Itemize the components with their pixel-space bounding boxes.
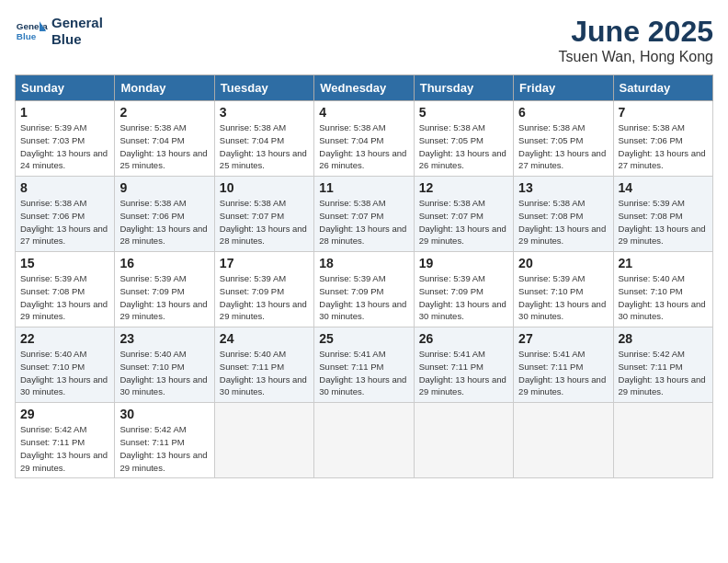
day-info: Sunrise: 5:38 AMSunset: 7:04 PMDaylight:…	[119, 121, 209, 172]
calendar-cell	[214, 403, 313, 478]
day-number: 1	[20, 105, 109, 120]
day-number: 16	[119, 256, 209, 270]
weekday-header-monday: Monday	[115, 75, 214, 101]
day-info: Sunrise: 5:39 AMSunset: 7:09 PMDaylight:…	[319, 272, 408, 323]
day-info: Sunrise: 5:38 AMSunset: 7:06 PMDaylight:…	[119, 197, 209, 247]
month-title: June 2025	[559, 15, 713, 49]
day-number: 26	[419, 331, 508, 346]
day-number: 20	[518, 256, 608, 270]
calendar-cell: 26Sunrise: 5:41 AMSunset: 7:11 PMDayligh…	[414, 327, 513, 403]
day-number: 29	[20, 407, 109, 421]
day-number: 11	[319, 180, 408, 195]
title-area: June 2025 Tsuen Wan, Hong Kong	[559, 15, 713, 65]
day-number: 12	[419, 180, 508, 195]
calendar-cell: 1Sunrise: 5:39 AMSunset: 7:03 PMDaylight…	[16, 101, 115, 177]
logo: General Blue General Blue	[15, 15, 103, 48]
day-number: 6	[518, 105, 608, 120]
day-number: 17	[220, 256, 309, 270]
weekday-header-row: SundayMondayTuesdayWednesdayThursdayFrid…	[16, 75, 713, 101]
day-number: 25	[319, 331, 408, 346]
day-info: Sunrise: 5:41 AMSunset: 7:11 PMDaylight:…	[419, 348, 508, 398]
day-info: Sunrise: 5:40 AMSunset: 7:11 PMDaylight:…	[220, 348, 309, 398]
calendar-cell: 18Sunrise: 5:39 AMSunset: 7:09 PMDayligh…	[314, 252, 414, 327]
day-number: 30	[119, 407, 209, 421]
day-number: 18	[319, 256, 408, 270]
calendar-cell: 7Sunrise: 5:38 AMSunset: 7:06 PMDaylight…	[613, 101, 712, 177]
calendar-row-1: 1Sunrise: 5:39 AMSunset: 7:03 PMDaylight…	[16, 101, 713, 177]
day-number: 14	[619, 180, 708, 195]
day-info: Sunrise: 5:39 AMSunset: 7:10 PMDaylight:…	[518, 272, 608, 323]
calendar-cell: 30Sunrise: 5:42 AMSunset: 7:11 PMDayligh…	[115, 403, 214, 478]
svg-text:Blue: Blue	[17, 31, 37, 41]
day-info: Sunrise: 5:38 AMSunset: 7:04 PMDaylight:…	[319, 121, 408, 172]
day-number: 10	[220, 180, 309, 195]
day-number: 8	[20, 180, 109, 195]
calendar-cell: 9Sunrise: 5:38 AMSunset: 7:06 PMDaylight…	[115, 177, 214, 252]
calendar-cell: 12Sunrise: 5:38 AMSunset: 7:07 PMDayligh…	[414, 177, 513, 252]
day-number: 2	[119, 105, 209, 120]
calendar-cell: 19Sunrise: 5:39 AMSunset: 7:09 PMDayligh…	[414, 252, 513, 327]
day-number: 5	[419, 105, 508, 120]
calendar-cell: 27Sunrise: 5:41 AMSunset: 7:11 PMDayligh…	[514, 327, 613, 403]
day-info: Sunrise: 5:42 AMSunset: 7:11 PMDaylight:…	[20, 423, 109, 474]
weekday-header-thursday: Thursday	[414, 75, 513, 101]
day-number: 27	[518, 331, 608, 346]
calendar-cell: 14Sunrise: 5:39 AMSunset: 7:08 PMDayligh…	[613, 177, 712, 252]
calendar-cell: 4Sunrise: 5:38 AMSunset: 7:04 PMDaylight…	[314, 101, 414, 177]
day-number: 13	[518, 180, 608, 195]
calendar-cell: 29Sunrise: 5:42 AMSunset: 7:11 PMDayligh…	[16, 403, 115, 478]
calendar-cell: 21Sunrise: 5:40 AMSunset: 7:10 PMDayligh…	[613, 252, 712, 327]
day-info: Sunrise: 5:41 AMSunset: 7:11 PMDaylight:…	[518, 348, 608, 398]
calendar-cell	[514, 403, 613, 478]
day-info: Sunrise: 5:42 AMSunset: 7:11 PMDaylight:…	[619, 348, 708, 398]
day-number: 23	[119, 331, 209, 346]
calendar-cell: 10Sunrise: 5:38 AMSunset: 7:07 PMDayligh…	[214, 177, 313, 252]
day-info: Sunrise: 5:40 AMSunset: 7:10 PMDaylight:…	[119, 348, 209, 398]
calendar-cell: 6Sunrise: 5:38 AMSunset: 7:05 PMDaylight…	[514, 101, 613, 177]
day-info: Sunrise: 5:39 AMSunset: 7:09 PMDaylight:…	[419, 272, 508, 323]
weekday-header-wednesday: Wednesday	[314, 75, 414, 101]
day-number: 21	[619, 256, 708, 270]
day-info: Sunrise: 5:39 AMSunset: 7:09 PMDaylight:…	[220, 272, 309, 323]
day-info: Sunrise: 5:38 AMSunset: 7:07 PMDaylight:…	[220, 197, 309, 247]
calendar-cell: 15Sunrise: 5:39 AMSunset: 7:08 PMDayligh…	[16, 252, 115, 327]
calendar-cell: 23Sunrise: 5:40 AMSunset: 7:10 PMDayligh…	[115, 327, 214, 403]
calendar-row-2: 8Sunrise: 5:38 AMSunset: 7:06 PMDaylight…	[16, 177, 713, 252]
calendar-cell: 3Sunrise: 5:38 AMSunset: 7:04 PMDaylight…	[214, 101, 313, 177]
weekday-header-tuesday: Tuesday	[214, 75, 313, 101]
location-title: Tsuen Wan, Hong Kong	[559, 49, 713, 65]
day-info: Sunrise: 5:40 AMSunset: 7:10 PMDaylight:…	[20, 348, 109, 398]
day-info: Sunrise: 5:38 AMSunset: 7:07 PMDaylight:…	[319, 197, 408, 247]
day-info: Sunrise: 5:38 AMSunset: 7:07 PMDaylight:…	[419, 197, 508, 247]
day-number: 4	[319, 105, 408, 120]
calendar-cell: 20Sunrise: 5:39 AMSunset: 7:10 PMDayligh…	[514, 252, 613, 327]
day-info: Sunrise: 5:39 AMSunset: 7:08 PMDaylight:…	[619, 197, 708, 247]
day-number: 19	[419, 256, 508, 270]
day-info: Sunrise: 5:38 AMSunset: 7:04 PMDaylight:…	[220, 121, 309, 172]
calendar-cell	[414, 403, 513, 478]
calendar-cell: 28Sunrise: 5:42 AMSunset: 7:11 PMDayligh…	[613, 327, 712, 403]
calendar-cell: 8Sunrise: 5:38 AMSunset: 7:06 PMDaylight…	[16, 177, 115, 252]
day-number: 7	[619, 105, 708, 120]
day-number: 9	[119, 180, 209, 195]
logo-text: General Blue	[51, 15, 103, 48]
calendar-cell: 17Sunrise: 5:39 AMSunset: 7:09 PMDayligh…	[214, 252, 313, 327]
day-info: Sunrise: 5:41 AMSunset: 7:11 PMDaylight:…	[319, 348, 408, 398]
calendar-row-5: 29Sunrise: 5:42 AMSunset: 7:11 PMDayligh…	[16, 403, 713, 478]
calendar-cell	[314, 403, 414, 478]
day-number: 15	[20, 256, 109, 270]
day-number: 3	[220, 105, 309, 120]
calendar-row-4: 22Sunrise: 5:40 AMSunset: 7:10 PMDayligh…	[16, 327, 713, 403]
weekday-header-friday: Friday	[514, 75, 613, 101]
day-number: 28	[619, 331, 708, 346]
calendar-cell: 22Sunrise: 5:40 AMSunset: 7:10 PMDayligh…	[16, 327, 115, 403]
day-info: Sunrise: 5:38 AMSunset: 7:08 PMDaylight:…	[518, 197, 608, 247]
weekday-header-sunday: Sunday	[16, 75, 115, 101]
calendar-cell	[613, 403, 712, 478]
day-info: Sunrise: 5:38 AMSunset: 7:06 PMDaylight:…	[20, 197, 109, 247]
day-info: Sunrise: 5:38 AMSunset: 7:05 PMDaylight:…	[419, 121, 508, 172]
day-info: Sunrise: 5:39 AMSunset: 7:08 PMDaylight:…	[20, 272, 109, 323]
calendar-cell: 11Sunrise: 5:38 AMSunset: 7:07 PMDayligh…	[314, 177, 414, 252]
day-number: 24	[220, 331, 309, 346]
calendar-cell: 24Sunrise: 5:40 AMSunset: 7:11 PMDayligh…	[214, 327, 313, 403]
